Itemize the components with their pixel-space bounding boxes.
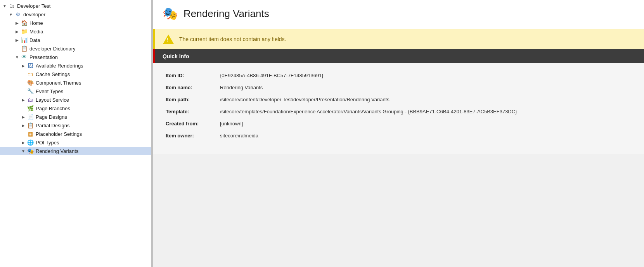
sidebar-item-cache-settings[interactable]: 🗃Cache Settings [0, 70, 151, 78]
tree-label-component-themes: Component Themes [36, 80, 81, 86]
tree-icon-developer-test: 🗂 [8, 3, 16, 9]
sidebar-item-page-designs[interactable]: ▶📄Page Designs [0, 113, 151, 121]
tree-icon-presentation: 👁 [20, 54, 28, 60]
sidebar-item-data[interactable]: ▶📊Data [0, 36, 151, 44]
tree-toggle-rendering-variants[interactable]: ▼ [20, 149, 26, 153]
sidebar-item-page-branches[interactable]: 🌿Page Branches [0, 104, 151, 113]
sidebar-item-layout-service[interactable]: ▶🗂Layout Service [0, 95, 151, 104]
warning-icon [163, 35, 174, 44]
tree-label-rendering-variants: Rendering Variants [36, 148, 78, 154]
tree-label-page-designs: Page Designs [36, 114, 67, 120]
sidebar-item-home[interactable]: ▶🏠Home [0, 19, 151, 27]
info-value-3: /sitecore/templates/Foundation/Experienc… [220, 109, 632, 114]
info-value-0: {0E92485A-4B86-491F-BC57-7F1485913691} [220, 73, 632, 78]
tree-icon-media: 📁 [20, 28, 28, 35]
sidebar-item-poi-types[interactable]: ▶🌐POI Types [0, 138, 151, 147]
info-label-4: Created from: [166, 121, 220, 127]
tree-icon-page-branches: 🌿 [26, 105, 34, 111]
tree-label-page-branches: Page Branches [36, 106, 70, 111]
info-label-2: Item path: [166, 97, 220, 102]
info-label-0: Item ID: [166, 73, 220, 78]
tree-toggle-presentation[interactable]: ▼ [14, 55, 20, 59]
warning-banner: The current item does not contain any fi… [153, 29, 644, 49]
tree-icon-placeholder-settings: ▦ [26, 131, 34, 137]
tree-icon-developer: ⚙ [14, 11, 22, 17]
tree-label-cache-settings: Cache Settings [36, 71, 70, 77]
tree-label-developer-dictionary: developer Dictionary [29, 46, 76, 52]
info-value-4: [unknown] [220, 121, 632, 127]
tree-icon-event-types: 🔧 [26, 88, 34, 94]
tree-toggle-developer[interactable]: ▼ [8, 12, 14, 17]
info-label-3: Template: [166, 109, 220, 114]
page-header-icon: 🎭 [163, 6, 178, 21]
tree-toggle-home[interactable]: ▶ [14, 21, 20, 25]
tree-label-placeholder-settings: Placeholder Settings [36, 131, 82, 137]
tree-toggle-media[interactable]: ▶ [14, 29, 20, 34]
tree-icon-layout-service: 🗂 [26, 97, 34, 103]
tree-icon-developer-dictionary: 📋 [20, 45, 28, 52]
sidebar-item-presentation[interactable]: ▼👁Presentation [0, 53, 151, 61]
tree-toggle-available-renderings[interactable]: ▶ [20, 64, 26, 68]
warning-text: The current item does not contain any fi… [179, 36, 286, 42]
sidebar-item-placeholder-settings[interactable]: ▦Placeholder Settings [0, 130, 151, 138]
info-row-5: Item owner:sitecore\ralmeida [166, 133, 632, 139]
tree-toggle-page-designs[interactable]: ▶ [20, 115, 26, 119]
main-content: 🎭 Rendering Variants The current item do… [153, 0, 644, 267]
tree-icon-component-themes: 🎨 [26, 80, 34, 86]
sidebar: ▼🗂Developer Test▼⚙developer▶🏠Home▶📁Media… [0, 0, 151, 267]
tree-label-data: Data [29, 37, 40, 43]
tree-label-developer: developer [23, 12, 45, 17]
tree-label-event-types: Event Types [36, 88, 63, 94]
tree-icon-poi-types: 🌐 [26, 139, 34, 146]
page-header: 🎭 Rendering Variants [153, 0, 644, 29]
sidebar-item-developer-dictionary[interactable]: 📋developer Dictionary [0, 44, 151, 53]
tree-toggle-partial-designs[interactable]: ▶ [20, 123, 26, 128]
tree-toggle-developer-test[interactable]: ▼ [2, 4, 8, 8]
sidebar-item-developer-test[interactable]: ▼🗂Developer Test [0, 2, 151, 10]
tree-label-presentation: Presentation [29, 54, 58, 60]
info-row-1: Item name:Rendering Variants [166, 85, 632, 90]
tree-toggle-data[interactable]: ▶ [14, 38, 20, 42]
sidebar-item-available-renderings[interactable]: ▶🖼Available Renderings [0, 61, 151, 70]
tree-icon-partial-designs: 📋 [26, 122, 34, 128]
tree-icon-available-renderings: 🖼 [26, 62, 34, 69]
tree-icon-home: 🏠 [20, 20, 28, 26]
sidebar-item-media[interactable]: ▶📁Media [0, 27, 151, 36]
tree-icon-cache-settings: 🗃 [26, 71, 34, 77]
tree-toggle-layout-service[interactable]: ▶ [20, 98, 26, 102]
tree-icon-rendering-variants: 🎭 [26, 148, 34, 154]
tree-icon-page-designs: 📄 [26, 114, 34, 120]
tree-label-available-renderings: Available Renderings [36, 63, 83, 69]
info-row-4: Created from:[unknown] [166, 121, 632, 127]
tree-label-partial-designs: Partial Designs [36, 123, 69, 128]
sidebar-item-event-types[interactable]: 🔧Event Types [0, 87, 151, 95]
info-value-1: Rendering Variants [220, 85, 632, 90]
quick-info-label: Quick Info [163, 53, 189, 59]
tree-label-home: Home [29, 20, 43, 26]
sidebar-item-partial-designs[interactable]: ▶📋Partial Designs [0, 121, 151, 130]
info-value-5: sitecore\ralmeida [220, 133, 632, 139]
tree-icon-data: 📊 [20, 37, 28, 43]
info-row-3: Template:/sitecore/templates/Foundation/… [166, 109, 632, 114]
info-row-2: Item path:/sitecore/content/Developer Te… [166, 97, 632, 102]
info-label-1: Item name: [166, 85, 220, 90]
info-row-0: Item ID:{0E92485A-4B86-491F-BC57-7F14859… [166, 73, 632, 78]
tree-toggle-poi-types[interactable]: ▶ [20, 140, 26, 145]
sidebar-item-rendering-variants[interactable]: ▼🎭Rendering Variants [0, 147, 151, 155]
page-title: Rendering Variants [184, 8, 269, 20]
tree-label-media: Media [29, 29, 43, 35]
info-table: Item ID:{0E92485A-4B86-491F-BC57-7F14859… [153, 63, 644, 154]
sidebar-item-developer[interactable]: ▼⚙developer [0, 10, 151, 19]
tree-label-poi-types: POI Types [36, 140, 59, 146]
info-value-2: /sitecore/content/Developer Test/develop… [220, 97, 632, 102]
tree-label-layout-service: Layout Service [36, 97, 69, 103]
tree-label-developer-test: Developer Test [17, 3, 50, 9]
sidebar-item-component-themes[interactable]: 🎨Component Themes [0, 78, 151, 87]
info-label-5: Item owner: [166, 133, 220, 139]
quick-info-bar: Quick Info [153, 49, 644, 63]
